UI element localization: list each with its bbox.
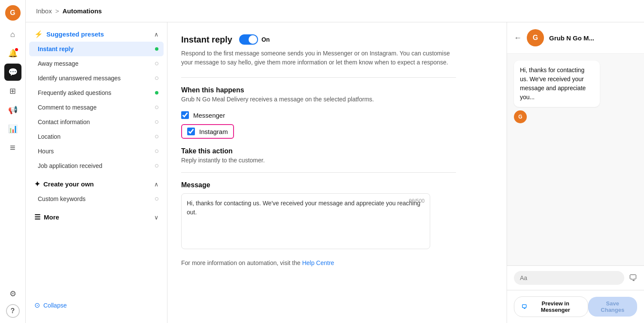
collapse-icon: ⊙ — [34, 301, 40, 309]
divider2 — [181, 172, 456, 173]
panel-title: Instant reply — [181, 35, 232, 45]
breadcrumb-inbox[interactable]: Inbox — [36, 7, 52, 15]
main-panel: Instant reply On Respond to the first me… — [167, 22, 507, 323]
action-desc: Reply instantly to the customer. — [181, 157, 456, 164]
chat-input-row: 🗨 — [507, 265, 644, 290]
chat-avatar: G — [527, 29, 544, 46]
empty-dot — [155, 135, 158, 138]
sidebar-item-faq[interactable]: Frequently asked questions — [26, 85, 167, 100]
messages-icon[interactable]: 💬 — [4, 64, 21, 81]
chat-messages: Hi, thanks for contacting us. We've rece… — [507, 54, 644, 265]
suggested-presets-title: ⚡ Suggested presets — [34, 30, 104, 38]
chart-icon[interactable]: 📊 — [4, 120, 21, 137]
message-title: Message — [181, 181, 456, 189]
chat-bubble: Hi, thanks for contacting us. We've rece… — [514, 61, 600, 107]
more-section[interactable]: ☰ More ∨ — [26, 206, 167, 225]
grid-icon[interactable]: ⊞ — [4, 82, 21, 100]
when-title: When this happens — [181, 86, 456, 94]
sidebar-item-location[interactable]: Location — [26, 129, 167, 144]
message-textarea-wrap: Hi, thanks for contacting us. We've rece… — [181, 193, 430, 249]
create-your-own-title: ✦ Create your own — [34, 180, 94, 188]
preview-panel: ← G Grub N Go M... Hi, thanks for contac… — [507, 22, 644, 323]
message-count: 90/500 — [409, 198, 425, 204]
messenger-checkbox-row: Messenger — [181, 111, 456, 119]
sidebar-item-hours[interactable]: Hours — [26, 144, 167, 158]
action-title: Take this action — [181, 147, 456, 155]
messenger-label: Messenger — [193, 112, 225, 119]
empty-dot — [155, 62, 158, 65]
green-dot — [155, 91, 158, 94]
breadcrumb-current: Automations — [62, 7, 102, 15]
save-changes-button[interactable]: Save Changes — [588, 297, 637, 317]
messenger-icon: 🗨 — [521, 304, 527, 310]
sidebar-item-contact-info[interactable]: Contact information — [26, 115, 167, 129]
sidebar-item-instant-reply[interactable]: Instant reply — [29, 42, 164, 56]
sparkle-icon: ✦ — [34, 180, 40, 188]
more-chevron: ∨ — [154, 214, 158, 221]
message-textarea[interactable]: Hi, thanks for contacting us. We've rece… — [187, 199, 425, 242]
instagram-label: Instagram — [199, 128, 228, 135]
chat-name: Grub N Go M... — [549, 34, 594, 42]
chat-header: ← G Grub N Go M... — [507, 22, 644, 54]
suggested-presets-chevron: ∧ — [154, 31, 158, 38]
empty-dot — [155, 106, 158, 109]
footer-note: For more information on automation, visi… — [181, 259, 456, 266]
settings-icon[interactable]: ⚙ — [4, 285, 21, 302]
bell-badge — [15, 48, 18, 51]
sidebar-item-job-application[interactable]: Job application received — [26, 158, 167, 173]
panel-description: Respond to the first message someone sen… — [181, 49, 456, 67]
divider — [181, 77, 456, 78]
home-icon[interactable]: ⌂ — [4, 26, 21, 43]
help-centre-link[interactable]: Help Centre — [302, 259, 334, 266]
when-desc: Grub N Go Meal Delivery receives a messa… — [181, 96, 456, 103]
empty-dot — [155, 120, 158, 124]
icon-nav: G ⌂ 🔔 💬 ⊞ 📢 📊 ≡ ⚙ ? — [0, 0, 26, 323]
suggested-presets-section[interactable]: ⚡ Suggested presets ∧ — [26, 22, 167, 42]
create-your-own-section[interactable]: ✦ Create your own ∧ — [26, 173, 167, 192]
sidebar: ⚡ Suggested presets ∧ Instant reply Away… — [26, 22, 167, 323]
sidebar-item-away-message[interactable]: Away message — [26, 56, 167, 71]
messenger-send-icon[interactable]: 🗨 — [629, 273, 637, 283]
bell-icon[interactable]: 🔔 — [4, 45, 21, 62]
user-avatar[interactable]: G — [5, 5, 21, 21]
preview-inner: ← G Grub N Go M... Hi, thanks for contac… — [507, 22, 644, 323]
breadcrumb-separator: > — [55, 7, 59, 15]
chat-input[interactable] — [514, 271, 624, 285]
chat-bubble-row: G — [514, 110, 637, 123]
empty-dot — [155, 164, 158, 168]
toggle-label: On — [261, 36, 270, 43]
chat-avatar-small: G — [514, 110, 527, 123]
lightning-icon: ⚡ — [34, 30, 43, 38]
main-container: Inbox > Automations ⚡ Suggested presets … — [26, 0, 644, 323]
active-dot — [155, 47, 158, 51]
toggle-container: On — [239, 34, 270, 45]
empty-dot — [155, 149, 158, 153]
sidebar-item-custom-keywords[interactable]: Custom keywords — [26, 192, 167, 206]
more-lines-icon: ☰ — [34, 213, 40, 221]
sidebar-item-comment-to-msg[interactable]: Comment to message — [26, 100, 167, 115]
content-area: ⚡ Suggested presets ∧ Instant reply Away… — [26, 22, 644, 323]
instagram-checkbox[interactable] — [187, 128, 195, 135]
instagram-checkbox-row[interactable]: Instagram — [181, 124, 234, 139]
preview-footer: 🗨 Preview in Messenger Save Changes — [507, 290, 644, 323]
collapse-button[interactable]: ⊙ Collapse — [26, 294, 167, 316]
chat-back-button[interactable]: ← — [514, 34, 522, 43]
top-bar: Inbox > Automations — [26, 0, 644, 22]
empty-dot — [155, 197, 158, 201]
sidebar-item-unanswered[interactable]: Identify unanswered messages — [26, 71, 167, 85]
toggle-switch[interactable] — [239, 34, 258, 45]
help-icon[interactable]: ? — [6, 304, 20, 318]
megaphone-icon[interactable]: 📢 — [4, 101, 21, 119]
empty-dot — [155, 76, 158, 80]
panel-header: Instant reply On — [181, 34, 456, 45]
messenger-checkbox[interactable] — [181, 111, 189, 119]
more-title: ☰ More — [34, 213, 59, 221]
panel-scroll-area: Instant reply On Respond to the first me… — [181, 34, 456, 266]
list-icon[interactable]: ≡ — [4, 139, 21, 156]
preview-in-messenger-button[interactable]: 🗨 Preview in Messenger — [514, 296, 588, 317]
create-chevron: ∧ — [154, 181, 158, 188]
